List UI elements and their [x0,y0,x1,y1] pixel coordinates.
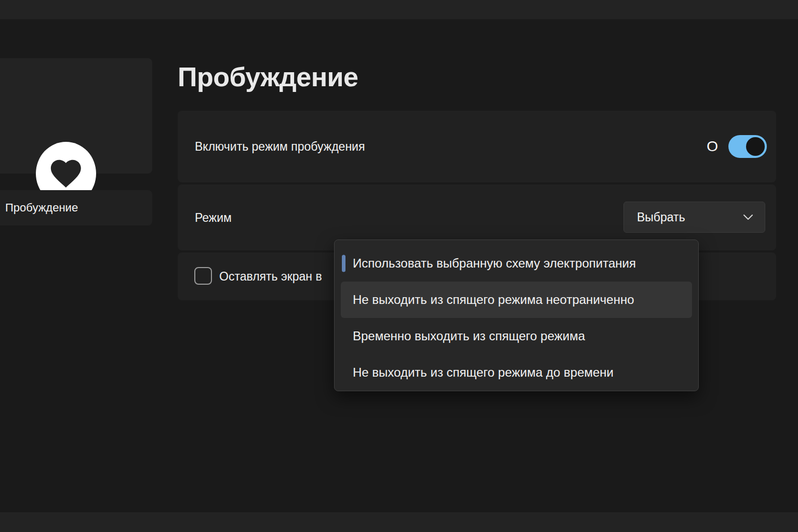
toggle-knob [746,137,765,156]
page-title: Пробуждение [178,61,358,92]
wake-toggle-card: Включить режим пробуждения О [178,111,776,182]
dropdown-item-no-sleep-unlimited[interactable]: Не выходить из спящего режима неотраниче… [341,282,692,318]
hero-card [0,58,152,174]
dropdown-item-temporary-wake[interactable]: Временно выходить из спящего режима [341,318,692,354]
dropdown-item-use-power-scheme[interactable]: Использовать выбранную схему электропита… [341,245,692,282]
mode-select-button[interactable]: Выбрать [623,202,765,233]
title-bar [0,0,798,19]
dropdown-item-label: Использовать выбранную схему электропита… [353,256,636,271]
dropdown-item-no-sleep-until-time[interactable]: Не выходить из спящего режима до времени [341,354,692,391]
sidebar-item-label: Пробуждение [5,201,78,215]
sidebar-item-wake[interactable]: Пробуждение [0,190,152,225]
mode-select-button-label: Выбрать [637,210,685,224]
settings-window: Пробуждение Пробуждение Включить режим п… [0,0,798,532]
screen-option-label: Оставлять экран в [219,270,322,284]
mode-dropdown-menu: Использовать выбранную схему электропита… [334,240,699,391]
wake-mode-toggle[interactable] [728,135,767,158]
chevron-down-icon [743,214,753,220]
wake-toggle-label: Включить режим пробуждения [195,140,365,154]
selected-item-indicator [342,255,345,272]
dropdown-item-label: Не выходить из спящего режима неотраниче… [353,292,634,307]
dropdown-item-label: Временно выходить из спящего режима [353,329,585,343]
dropdown-item-label: Не выходить из спящего режима до времени [353,365,614,380]
toggle-state-text: О [707,138,718,155]
mode-label: Режим [195,210,232,224]
screen-checkbox[interactable] [194,267,212,285]
bottom-bar [0,512,798,532]
